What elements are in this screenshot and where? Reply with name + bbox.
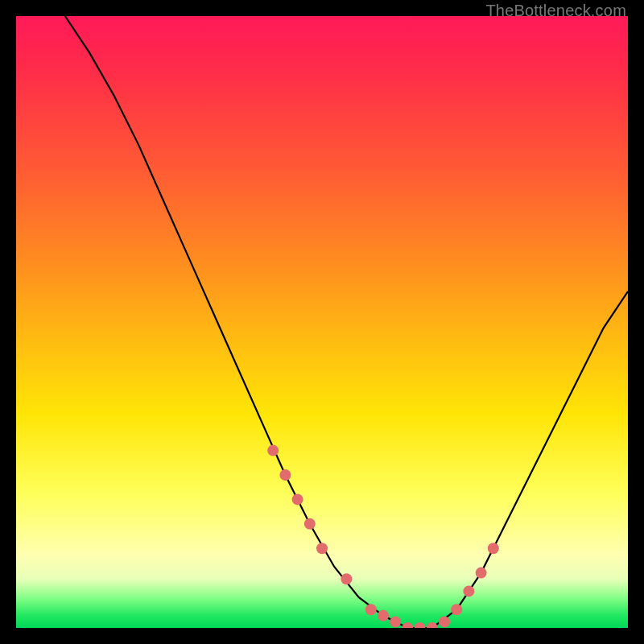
chart-frame (16, 16, 628, 628)
marker-dot (341, 573, 352, 584)
bottleneck-curve (65, 16, 628, 628)
marker-dots (267, 445, 499, 628)
marker-dot (279, 469, 291, 481)
marker-dot (402, 622, 413, 628)
chart-svg (16, 16, 628, 628)
marker-dot (476, 568, 487, 579)
marker-dot (415, 622, 426, 628)
marker-dot (365, 604, 377, 615)
marker-dot (451, 604, 462, 615)
marker-dot (427, 622, 438, 628)
marker-dot (390, 616, 401, 627)
marker-dot (378, 610, 389, 621)
marker-dot (292, 493, 303, 505)
marker-dot (304, 518, 316, 530)
marker-dot (439, 616, 450, 627)
marker-dot (316, 543, 328, 554)
marker-dot (488, 543, 499, 554)
marker-dot (463, 585, 474, 597)
marker-dot (267, 445, 279, 456)
